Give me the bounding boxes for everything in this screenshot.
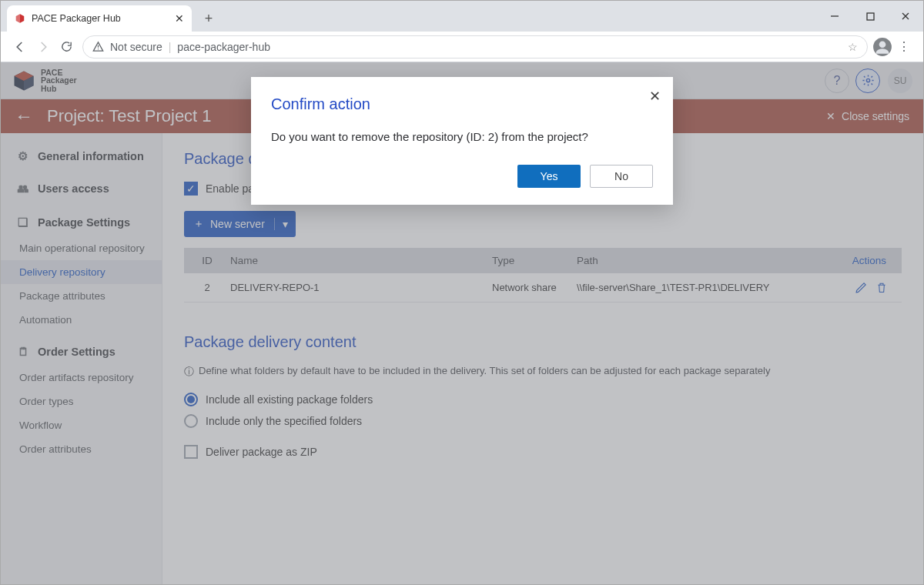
- url-text: pace-packager-hub: [177, 41, 270, 53]
- browser-tab[interactable]: PACE Packager Hub ✕: [7, 5, 192, 32]
- tab-close-icon[interactable]: ✕: [175, 12, 184, 25]
- browser-tab-strip: PACE Packager Hub ✕ +: [1, 1, 923, 32]
- modal-close-icon[interactable]: ✕: [649, 88, 661, 105]
- window-controls: [817, 1, 923, 32]
- browser-toolbar: Not secure | pace-packager-hub ☆ ⋮: [1, 32, 923, 62]
- yes-button[interactable]: Yes: [517, 165, 581, 188]
- svg-point-3: [879, 41, 886, 48]
- not-secure-icon: [92, 41, 104, 52]
- window-close-icon[interactable]: [888, 1, 923, 32]
- no-button[interactable]: No: [590, 165, 653, 188]
- separator: |: [169, 41, 172, 53]
- forward-icon[interactable]: [32, 35, 55, 58]
- svg-point-1: [98, 48, 99, 49]
- security-label: Not secure: [110, 41, 162, 53]
- modal-buttons: Yes No: [271, 165, 653, 188]
- modal-body: Do you want to remove the repository (ID…: [271, 130, 653, 143]
- new-tab-button[interactable]: +: [198, 8, 219, 29]
- kebab-menu-icon[interactable]: ⋮: [892, 35, 916, 58]
- address-bar[interactable]: Not secure | pace-packager-hub ☆: [82, 35, 868, 58]
- window-minimize-icon[interactable]: [817, 1, 852, 32]
- confirm-modal: ✕ Confirm action Do you want to remove t…: [251, 77, 673, 205]
- window-maximize-icon[interactable]: [852, 1, 888, 32]
- cube-icon: [15, 13, 25, 24]
- modal-title: Confirm action: [271, 95, 653, 113]
- profile-avatar-icon[interactable]: [872, 37, 892, 57]
- back-icon[interactable]: [8, 35, 32, 58]
- tab-title: PACE Packager Hub: [32, 13, 121, 24]
- bookmark-icon[interactable]: ☆: [848, 41, 858, 53]
- reload-icon[interactable]: [55, 35, 78, 58]
- svg-rect-0: [867, 13, 874, 20]
